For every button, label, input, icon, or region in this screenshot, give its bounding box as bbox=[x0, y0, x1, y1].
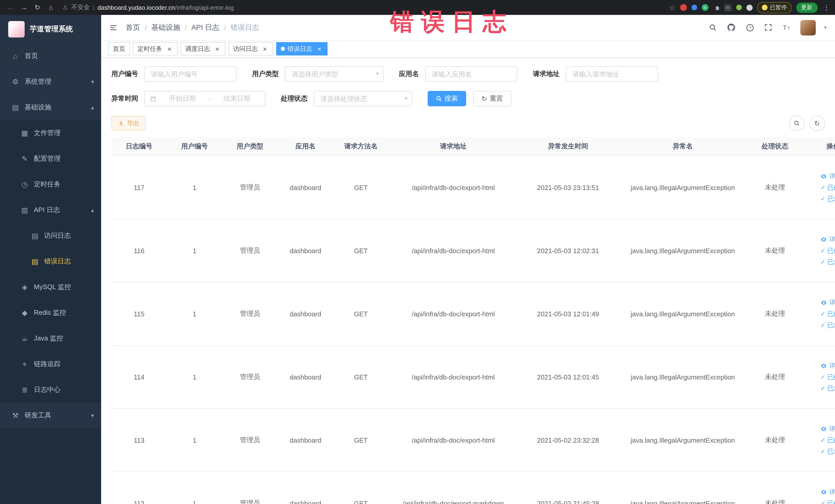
address-separator bbox=[94, 4, 94, 11]
request-url-input[interactable] bbox=[566, 66, 658, 82]
check-icon: ✓ bbox=[821, 248, 825, 254]
sidebar-item-dev-tools[interactable]: ⚒研发工具▾ bbox=[0, 403, 101, 428]
column-header: 日志编号 bbox=[111, 137, 167, 156]
forward-icon[interactable]: → bbox=[19, 2, 30, 13]
app-name-input[interactable] bbox=[425, 66, 517, 82]
export-button[interactable]: 导出 bbox=[111, 116, 146, 130]
action-ignored-link[interactable]: ✓已忽略 bbox=[821, 321, 835, 329]
browser-menu-icon[interactable]: ⋮ bbox=[823, 4, 830, 11]
font-size-icon[interactable]: TT bbox=[782, 22, 792, 33]
action-processed-link[interactable]: ✓已处理 bbox=[821, 183, 835, 192]
extensions-puzzle-icon[interactable] bbox=[713, 4, 719, 11]
search-button[interactable]: 搜索 bbox=[428, 91, 466, 106]
avatar-caret-icon[interactable]: ▾ bbox=[824, 24, 827, 31]
cell-app: dashboard bbox=[278, 472, 333, 504]
cell-actions: 详细✓已处理✓已忽略 bbox=[802, 282, 835, 345]
extension-on-badge[interactable]: on bbox=[724, 4, 731, 11]
action-processed-link[interactable]: ✓已处理 bbox=[821, 436, 835, 444]
user-id-input[interactable] bbox=[144, 66, 237, 82]
action-detail-link[interactable]: 详细 bbox=[821, 424, 835, 433]
bookmark-star-icon[interactable]: ☆ bbox=[669, 3, 675, 12]
extension-icon[interactable] bbox=[736, 5, 741, 10]
sidebar-menu: ⌂首页⚙系统管理▾▤基础设施▴▦文件管理✎配置管理◷定时任务▥API 日志▴▤访… bbox=[0, 43, 101, 428]
process-status-select[interactable]: ▾ bbox=[314, 91, 412, 106]
trace-icon: ⌖ bbox=[21, 360, 29, 368]
action-detail-link[interactable]: 详细 bbox=[821, 235, 835, 244]
action-ignored-link[interactable]: ✓已忽略 bbox=[821, 258, 835, 266]
refresh-button[interactable]: ↻ bbox=[809, 116, 825, 131]
extension-icon[interactable] bbox=[691, 5, 697, 10]
sidebar-item-system-management[interactable]: ⚙系统管理▾ bbox=[0, 69, 101, 95]
tab-close-icon[interactable]: × bbox=[261, 45, 268, 53]
action-processed-link[interactable]: ✓已处理 bbox=[821, 246, 835, 255]
sidebar-item-config-management[interactable]: ✎配置管理 bbox=[0, 146, 101, 172]
tab-job-log[interactable]: 调度日志× bbox=[181, 42, 225, 56]
chevron-up-icon: ▴ bbox=[91, 104, 94, 110]
sidebar-item-log-center[interactable]: ≣日志中心 bbox=[0, 377, 101, 403]
user-avatar[interactable] bbox=[800, 20, 816, 35]
sidebar-item-home[interactable]: ⌂首页 bbox=[0, 43, 101, 69]
action-processed-link[interactable]: ✓已处理 bbox=[821, 499, 835, 504]
paused-chip[interactable]: 已暂停 bbox=[757, 2, 791, 13]
tab-close-icon[interactable]: × bbox=[213, 45, 221, 53]
tab-home[interactable]: 首页 bbox=[108, 42, 130, 56]
action-ignored-link[interactable]: ✓已忽略 bbox=[821, 194, 835, 203]
logcenter-icon: ≣ bbox=[21, 386, 29, 394]
search-icon[interactable] bbox=[708, 22, 718, 33]
action-detail-link[interactable]: 详细 bbox=[821, 361, 835, 370]
mysql-icon: ◈ bbox=[21, 283, 29, 291]
cell-actions: 详细✓已处理✓已忽略 bbox=[802, 156, 835, 219]
process-status-select-input[interactable] bbox=[314, 91, 412, 106]
breadcrumb-item[interactable]: 首页 bbox=[126, 23, 140, 32]
exception-time-range-picker[interactable]: 开始日期 - 结束日期 bbox=[144, 91, 265, 106]
sidebar-item-mysql-monitor[interactable]: ◈MySQL 监控 bbox=[0, 274, 101, 300]
tab-scheduled-jobs[interactable]: 定时任务× bbox=[133, 42, 178, 56]
browser-home-icon[interactable]: ⌂ bbox=[45, 2, 57, 13]
filter-user-id: 用户编号 bbox=[111, 66, 237, 82]
user-type-select[interactable]: ▾ bbox=[285, 66, 384, 82]
sidebar-item-infrastructure[interactable]: ▤基础设施▴ bbox=[0, 95, 101, 120]
doc-icon: ▤ bbox=[31, 231, 39, 240]
breadcrumb-item[interactable]: API 日志 bbox=[191, 23, 220, 32]
hamburger-icon[interactable] bbox=[109, 23, 118, 32]
search-toggle-button[interactable] bbox=[789, 116, 804, 131]
cell-url: /api/infra/db-doc/export-html bbox=[389, 345, 518, 408]
action-detail-link[interactable]: 详细 bbox=[821, 172, 835, 181]
breadcrumb-item[interactable]: 基础设施 bbox=[151, 23, 180, 32]
extension-icon[interactable] bbox=[680, 4, 687, 11]
tab-close-icon[interactable]: × bbox=[166, 45, 173, 53]
action-ignored-link[interactable]: ✓已忽略 bbox=[821, 447, 835, 456]
tab-close-icon[interactable]: × bbox=[316, 45, 323, 53]
tab-access-log[interactable]: 访问日志× bbox=[228, 42, 273, 56]
tab-error-log[interactable]: 错误日志× bbox=[276, 42, 328, 56]
reload-icon[interactable]: ↻ bbox=[32, 2, 43, 13]
vue-devtools-icon[interactable]: V bbox=[701, 4, 708, 11]
user-type-select-input[interactable] bbox=[285, 66, 384, 82]
sidebar-item-file-management[interactable]: ▦文件管理 bbox=[0, 120, 101, 146]
help-icon[interactable]: ? bbox=[745, 22, 755, 33]
action-processed-link[interactable]: ✓已处理 bbox=[821, 372, 835, 381]
sidebar-item-trace[interactable]: ⌖链路追踪 bbox=[0, 351, 101, 377]
sidebar-item-api-log[interactable]: ▥API 日志▴ bbox=[0, 197, 101, 223]
update-button[interactable]: 更新 bbox=[796, 2, 817, 13]
reset-button[interactable]: ↻ 重置 bbox=[473, 91, 511, 106]
sidebar-item-error-log[interactable]: ▤错误日志 bbox=[0, 248, 101, 274]
action-detail-link[interactable]: 详细 bbox=[821, 488, 835, 496]
github-icon[interactable] bbox=[727, 22, 737, 33]
action-detail-link[interactable]: 详细 bbox=[821, 298, 835, 307]
fullscreen-icon[interactable] bbox=[763, 22, 774, 33]
check-icon: ✓ bbox=[821, 374, 825, 380]
sidebar-item-redis-monitor[interactable]: ◆Redis 监控 bbox=[0, 300, 101, 326]
extension-icon[interactable] bbox=[746, 4, 752, 11]
action-ignored-link[interactable]: ✓已忽略 bbox=[821, 384, 835, 392]
action-label: 详细 bbox=[829, 488, 835, 496]
sidebar-item-java-monitor[interactable]: ☕Java 监控 bbox=[0, 326, 101, 351]
action-processed-link[interactable]: ✓已处理 bbox=[821, 309, 835, 318]
back-icon[interactable]: ← bbox=[5, 2, 16, 13]
download-icon bbox=[118, 120, 124, 126]
sidebar-item-scheduled-jobs[interactable]: ◷定时任务 bbox=[0, 172, 101, 197]
sidebar-item-access-log[interactable]: ▤访问日志 bbox=[0, 223, 101, 248]
address-bar[interactable]: ⚠ 不安全 dashboard.yudao.iocoder.cn/infra/l… bbox=[63, 3, 663, 12]
home-icon: ⌂ bbox=[11, 52, 20, 60]
screen: ← → ↻ ⌂ ⚠ 不安全 dashboard.yudao.iocoder.cn… bbox=[0, 0, 835, 504]
